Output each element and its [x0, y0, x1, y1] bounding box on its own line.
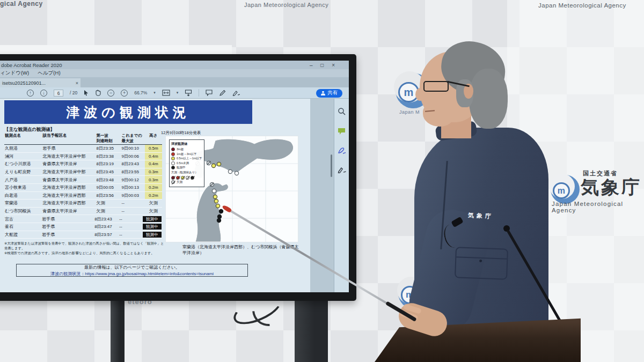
zoom-caret-icon[interactable]: ▾ — [153, 91, 156, 95]
close-button[interactable]: × — [332, 62, 335, 68]
fit-caret-icon[interactable]: ▾ — [177, 91, 179, 95]
table-cell: 岩手県 — [41, 224, 94, 230]
window-title: dobe Acrobat Reader 2020 — [1, 62, 62, 68]
table-cell: 9日00:06 — [121, 153, 145, 159]
share-person-icon — [321, 91, 325, 95]
table-cell: 9日00:03 — [121, 193, 145, 198]
legend-entry: 0.5m未満 — [171, 161, 202, 165]
monitor-stand-leg — [295, 292, 328, 362]
table-cell: 8日23:55 — [121, 169, 145, 175]
sign-panel-icon[interactable] — [338, 147, 346, 154]
scrollbar-thumb[interactable] — [331, 154, 332, 177]
pdf-page: 津波の観測状況 【主な観測点の観測値】 12月9日00時18分発表 観測点名 該… — [0, 99, 310, 292]
table-cell: 青森県太平洋沿岸 — [42, 161, 96, 167]
table-cell: 9日00:13 — [121, 184, 145, 190]
table-row: 浦河北海道太平洋沿岸中部8日23:389日00:060.4m — [4, 153, 162, 161]
fillsign-panel-icon[interactable] — [338, 166, 346, 173]
table-cell: 観測中 — [142, 231, 162, 239]
table-footnotes: ※大津波警報または津波警報を発表中で、観測された津波の高さが低い間は、数値ではな… — [4, 241, 165, 255]
table-cell: 欠測 — [145, 200, 162, 207]
legend-symbol — [181, 176, 185, 180]
menubar: ィンドウ(W) ヘルプ(H) — [0, 69, 349, 77]
fill-sign-tool-icon[interactable] — [232, 90, 240, 96]
select-tool-icon[interactable] — [84, 90, 89, 96]
page-number-input[interactable]: 6 — [54, 90, 63, 97]
col-header: 高さ — [145, 133, 162, 138]
table-row: 室蘭港北海道太平洋沿岸西部欠測--欠測 — [4, 200, 162, 208]
zoom-level-value[interactable]: 66.7% — [134, 90, 147, 95]
document-tab[interactable]: isetsu2025120901... × — [0, 78, 80, 87]
table-cell: 観測中 — [142, 223, 162, 231]
table-cell: 浦河 — [4, 153, 42, 159]
table-cell: 欠測 — [96, 208, 121, 214]
table-row: 釜石岩手県8日23:47--観測中 — [4, 223, 162, 231]
right-tool-strip — [334, 99, 349, 292]
menu-help[interactable]: ヘルプ(H) — [38, 70, 60, 77]
table-row: むつ市関根浜青森県太平洋沿岸欠測--欠測 — [4, 208, 162, 216]
legend-label: 欠測 — [177, 180, 182, 184]
table-cell: むつ小川原港 — [4, 161, 42, 167]
observation-point-black — [219, 209, 223, 213]
table-cell: 8日23:56 — [96, 193, 121, 198]
agency-name-en-label: Japan Meteorological Agency — [552, 201, 644, 213]
presenter-jaw — [423, 103, 454, 127]
zoom-out-button[interactable]: − — [107, 90, 114, 97]
table-cell: 北海道太平洋沿岸西部 — [42, 193, 96, 198]
uniform-agency-label: 気象庁 — [468, 211, 494, 220]
wall-logo-text-head: Japan M — [399, 109, 420, 115]
table-cell: 0.5m — [145, 145, 162, 152]
legend-symbol — [171, 166, 175, 169]
col-header: 観測点名 — [4, 133, 42, 144]
document-title-banner: 津波の観測状況 — [4, 100, 252, 124]
minimize-button[interactable]: – — [310, 62, 313, 68]
table-row: 八戸港青森県太平洋沿岸8日23:489日00:120.3m — [4, 176, 162, 184]
previous-page-button[interactable]: ↑ — [27, 90, 34, 97]
comment-tool-icon[interactable] — [206, 90, 213, 96]
table-row: 久慈港岩手県8日23:359日00:100.5m — [4, 145, 162, 153]
legend-symbol — [176, 176, 180, 180]
legend-entry: 欠測 — [171, 180, 202, 184]
table-cell: 8日23:48 — [96, 177, 121, 183]
legend-title: 津波観測値 — [171, 142, 202, 146]
tab-close-icon[interactable]: × — [76, 80, 78, 86]
share-button[interactable]: 共有 — [316, 89, 342, 98]
table-cell: 9日00:10 — [121, 145, 145, 151]
table-cell: 釜石 — [4, 224, 41, 230]
footnote: ※検潮所での津波の高さです。沿岸の地形の影響などにより、局所的に高くなることもあ… — [4, 250, 165, 255]
hand-tool-icon[interactable] — [95, 90, 101, 96]
footer-info-box: 最新の情報は、以下のページでご確認ください。 津波の観測状況：https://w… — [16, 264, 248, 277]
window-titlebar: dobe Acrobat Reader 2020 – ▢ × — [0, 61, 349, 69]
legend-entry: 3m超 — [171, 147, 202, 151]
observation-point-yellow — [214, 199, 218, 203]
comment-panel-icon[interactable] — [338, 128, 346, 135]
table-cell: 8日23:38 — [96, 153, 121, 159]
footnote: ※大津波警報または津波警報を発表中で、観測された津波の高さが低い間は、数値ではな… — [4, 241, 165, 250]
jma-logo-icon-side: m — [551, 175, 580, 204]
legend-symbol — [171, 176, 175, 180]
table-cell: 北海道太平洋沿岸中部 — [42, 153, 96, 159]
legend-symbol — [171, 157, 175, 160]
observation-point-yellow — [217, 162, 221, 166]
legend-entry: 観測中 — [171, 166, 202, 169]
legend-symbol — [186, 176, 189, 180]
maximize-button[interactable]: ▢ — [320, 63, 325, 68]
zoom-in-button[interactable]: + — [121, 90, 128, 97]
table-cell: 欠測 — [145, 208, 162, 215]
table-cell: 8日23:45 — [96, 169, 121, 175]
table-cell: えりも町庶野 — [4, 169, 42, 175]
wall-logo-text-topcenter: Japan Meteorological Agency — [244, 2, 328, 8]
observation-point-white — [212, 189, 216, 193]
page-scroll-icon[interactable] — [185, 90, 192, 97]
search-icon[interactable] — [338, 107, 346, 116]
document-title: 津波の観測状況 — [66, 104, 191, 121]
next-page-button[interactable]: ↓ — [40, 90, 47, 97]
legend-symbol — [171, 152, 175, 156]
pencil-tool-icon[interactable] — [219, 90, 226, 97]
menu-window[interactable]: ィンドウ(W) — [0, 70, 29, 77]
table-cell: 八戸港 — [4, 177, 42, 183]
observation-point-yellow — [211, 164, 215, 167]
table-row: 大船渡岩手県8日23:57--観測中 — [4, 231, 162, 239]
table-cell: むつ市関根浜 — [4, 208, 42, 214]
footer-url[interactable]: 津波の観測状況：https://www.jma.go.jp/bosai/map.… — [50, 271, 214, 277]
fit-width-icon[interactable] — [162, 90, 170, 96]
